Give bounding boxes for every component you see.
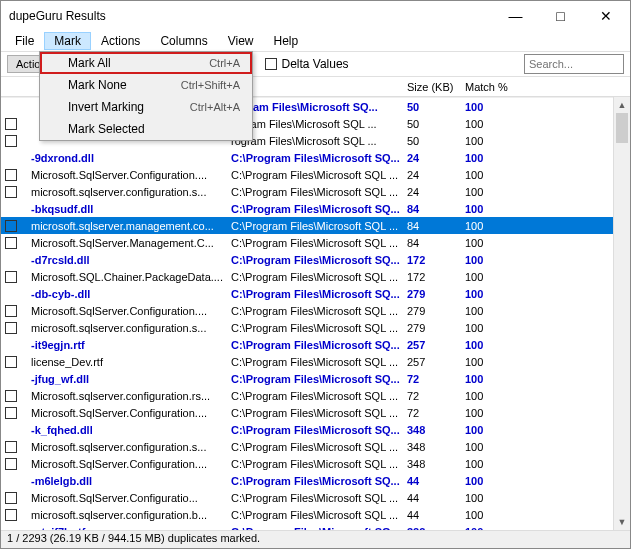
row-checkbox[interactable]	[5, 186, 17, 198]
row-checkbox[interactable]	[5, 169, 17, 181]
row-checkbox[interactable]	[5, 509, 17, 521]
cell-size: 279	[403, 288, 461, 300]
vertical-scrollbar[interactable]: ▲ ▼	[613, 97, 630, 530]
cell-size: 84	[403, 220, 461, 232]
row-checkbox[interactable]	[5, 322, 17, 334]
menu-mark-none[interactable]: Mark None Ctrl+Shift+A	[40, 74, 252, 96]
cell-size: 24	[403, 169, 461, 181]
menu-mark-all[interactable]: Mark All Ctrl+A	[40, 52, 252, 74]
row-checkbox[interactable]	[5, 305, 17, 317]
row-checkbox[interactable]	[5, 407, 17, 419]
cell-match: 100	[461, 220, 521, 232]
cell-file: Microsoft.SqlServer.Configuration....	[27, 169, 227, 181]
table-row[interactable]: microsoft.sqlserver.configuration.s...C:…	[1, 319, 630, 336]
cell-size: 50	[403, 135, 461, 147]
search-input[interactable]	[524, 54, 624, 74]
row-checkbox[interactable]	[5, 118, 17, 130]
table-row[interactable]: Microsoft.SqlServer.Configuration....C:\…	[1, 166, 630, 183]
menu-mark-selected[interactable]: Mark Selected	[40, 118, 252, 140]
cell-size: 348	[403, 441, 461, 453]
scroll-down-icon[interactable]: ▼	[614, 514, 630, 530]
table-row[interactable]: Microsoft.SqlServer.Configuration....C:\…	[1, 302, 630, 319]
cell-match: 100	[461, 101, 521, 113]
cell-folder: C:\Program Files\Microsoft SQ...	[227, 203, 403, 215]
table-row[interactable]: -k_fqhed.dllC:\Program Files\Microsoft S…	[1, 421, 630, 438]
table-row[interactable]: Microsoft.SqlServer.Configuratio...C:\Pr…	[1, 489, 630, 506]
cell-size: 348	[403, 458, 461, 470]
table-row[interactable]: microsoft.sqlserver.management.co...C:\P…	[1, 217, 630, 234]
cell-folder: C:\Program Files\Microsoft SQ...	[227, 475, 403, 487]
row-checkbox[interactable]	[5, 356, 17, 368]
close-button[interactable]: ✕	[583, 2, 628, 30]
row-checkbox[interactable]	[5, 135, 17, 147]
cell-file: -bkqsudf.dll	[27, 203, 227, 215]
row-checkbox[interactable]	[5, 441, 17, 453]
menu-view[interactable]: View	[218, 32, 264, 50]
row-checkbox[interactable]	[5, 492, 17, 504]
col-size[interactable]: Size (KB)	[403, 81, 461, 93]
menu-actions[interactable]: Actions	[91, 32, 150, 50]
maximize-button[interactable]: □	[538, 2, 583, 30]
table-row[interactable]: microsoft.sqlserver.configuration.s...C:…	[1, 183, 630, 200]
cell-size: 279	[403, 305, 461, 317]
col-match[interactable]: Match %	[461, 81, 521, 93]
col-folder[interactable]: er	[227, 81, 403, 93]
table-row[interactable]: -ptsif7h.rtfC:\Program Files\Microsoft S…	[1, 523, 630, 530]
cell-folder: C:\Program Files\Microsoft SQL ...	[227, 322, 403, 334]
cell-folder: C:\Program Files\Microsoft SQL ...	[227, 509, 403, 521]
table-row[interactable]: Microsoft.SqlServer.Configuration....C:\…	[1, 404, 630, 421]
delta-values-checkbox[interactable]: Delta Values	[265, 57, 348, 71]
scroll-up-icon[interactable]: ▲	[614, 97, 630, 113]
cell-size: 44	[403, 492, 461, 504]
row-checkbox[interactable]	[5, 237, 17, 249]
menu-help[interactable]: Help	[264, 32, 309, 50]
menu-invert-marking[interactable]: Invert Marking Ctrl+Alt+A	[40, 96, 252, 118]
cell-match: 100	[461, 169, 521, 181]
row-checkbox[interactable]	[5, 220, 17, 232]
table-row[interactable]: -it9egjn.rtfC:\Program Files\Microsoft S…	[1, 336, 630, 353]
window-title: dupeGuru Results	[9, 9, 493, 23]
table-row[interactable]: Microsoft.sqlserver.configuration.s...C:…	[1, 438, 630, 455]
table-row[interactable]: Microsoft.SqlServer.Management.C...C:\Pr…	[1, 234, 630, 251]
cell-file: Microsoft.sqlserver.configuration.s...	[27, 441, 227, 453]
cell-folder: C:\Program Files\Microsoft SQL ...	[227, 441, 403, 453]
table-row[interactable]: Microsoft.SQL.Chainer.PackageData....C:\…	[1, 268, 630, 285]
cell-folder: rogram Files\Microsoft SQL ...	[227, 118, 403, 130]
menu-file[interactable]: File	[5, 32, 44, 50]
table-row[interactable]: Microsoft.SqlServer.Configuration....C:\…	[1, 455, 630, 472]
scroll-thumb[interactable]	[616, 113, 628, 143]
menu-label: Invert Marking	[68, 100, 144, 114]
minimize-button[interactable]: —	[493, 2, 538, 30]
row-checkbox[interactable]	[5, 271, 17, 283]
cell-match: 100	[461, 118, 521, 130]
cell-file: -db-cyb-.dll	[27, 288, 227, 300]
menu-columns[interactable]: Columns	[150, 32, 217, 50]
table-row[interactable]: -jfug_wf.dllC:\Program Files\Microsoft S…	[1, 370, 630, 387]
menu-mark[interactable]: Mark	[44, 32, 91, 50]
cell-size: 44	[403, 475, 461, 487]
checkbox-icon	[265, 58, 277, 70]
cell-size: 279	[403, 322, 461, 334]
table-row[interactable]: microsoft.sqlserver.configuration.b...C:…	[1, 506, 630, 523]
results-table: rogram Files\Microsoft SQ...50100rogram …	[1, 97, 630, 530]
table-row[interactable]: Microsoft.sqlserver.configuration.rs...C…	[1, 387, 630, 404]
cell-file: microsoft.sqlserver.configuration.s...	[27, 186, 227, 198]
cell-match: 100	[461, 373, 521, 385]
cell-size: 172	[403, 254, 461, 266]
cell-match: 100	[461, 407, 521, 419]
row-checkbox[interactable]	[5, 390, 17, 402]
row-checkbox[interactable]	[5, 458, 17, 470]
cell-size: 257	[403, 339, 461, 351]
cell-match: 100	[461, 424, 521, 436]
cell-match: 100	[461, 356, 521, 368]
delta-label: Delta Values	[281, 57, 348, 71]
table-row[interactable]: -9dxrond.dllC:\Program Files\Microsoft S…	[1, 149, 630, 166]
table-row[interactable]: -bkqsudf.dllC:\Program Files\Microsoft S…	[1, 200, 630, 217]
table-row[interactable]: -d7rcsld.dllC:\Program Files\Microsoft S…	[1, 251, 630, 268]
table-row[interactable]: -m6lelgb.dllC:\Program Files\Microsoft S…	[1, 472, 630, 489]
table-row[interactable]: license_Dev.rtfC:\Program Files\Microsof…	[1, 353, 630, 370]
table-row[interactable]: -db-cyb-.dllC:\Program Files\Microsoft S…	[1, 285, 630, 302]
cell-match: 100	[461, 271, 521, 283]
cell-folder: C:\Program Files\Microsoft SQL ...	[227, 492, 403, 504]
cell-folder: C:\Program Files\Microsoft SQ...	[227, 152, 403, 164]
